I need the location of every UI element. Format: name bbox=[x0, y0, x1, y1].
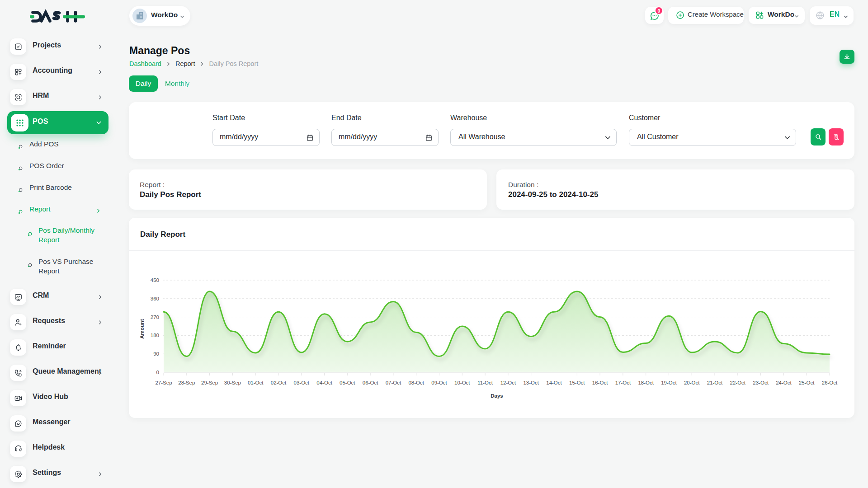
filter-reset-btn[interactable] bbox=[829, 128, 844, 145]
nav-print-barcode[interactable]: Print Barcode bbox=[0, 178, 116, 200]
svg-text:270: 270 bbox=[151, 314, 159, 320]
svg-text:18-Oct: 18-Oct bbox=[638, 380, 654, 385]
workspace-pill[interactable]: WorkDo bbox=[129, 6, 190, 26]
nav-pos-order[interactable]: POS Order bbox=[0, 156, 116, 178]
bc-dashboard[interactable]: Dashboard bbox=[129, 60, 161, 67]
svg-text:20-Oct: 20-Oct bbox=[684, 380, 700, 385]
svg-text:14-Oct: 14-Oct bbox=[546, 380, 562, 385]
tab-daily[interactable]: Daily bbox=[129, 75, 158, 92]
nav-accounting[interactable]: Accounting bbox=[0, 59, 116, 84]
svg-text:15-Oct: 15-Oct bbox=[569, 380, 585, 385]
svg-text:07-Oct: 07-Oct bbox=[386, 380, 401, 385]
nav-hrm[interactable]: HRM bbox=[0, 84, 116, 110]
nav-crm[interactable]: CRM bbox=[0, 284, 116, 310]
start-date[interactable]: mm/dd/yyyy bbox=[212, 129, 320, 146]
svg-text:11-Oct: 11-Oct bbox=[477, 380, 493, 385]
svg-text:450: 450 bbox=[151, 277, 159, 283]
sidebar: ProjectsAccountingHRM POS Add POSPOS Ord… bbox=[0, 0, 116, 488]
svg-text:16-Oct: 16-Oct bbox=[592, 380, 608, 385]
svg-text:12-Oct: 12-Oct bbox=[500, 380, 516, 385]
page-title: Manage Pos bbox=[129, 45, 190, 57]
nav-report[interactable]: Report bbox=[0, 200, 116, 221]
svg-text:28-Sep: 28-Sep bbox=[178, 380, 195, 385]
svg-text:0: 0 bbox=[156, 370, 159, 375]
svg-text:25-Oct: 25-Oct bbox=[799, 380, 815, 385]
svg-text:08-Oct: 08-Oct bbox=[408, 380, 424, 385]
nav-settings[interactable]: Settings bbox=[0, 461, 116, 487]
chart-card: 450360270180900 27-Sep28-Sep29-Sep30-Sep… bbox=[129, 218, 854, 418]
customer-select[interactable]: All Customer bbox=[629, 129, 796, 146]
create-workspace-btn[interactable]: Create Workspace bbox=[668, 7, 744, 24]
svg-text:Amount: Amount bbox=[139, 319, 145, 339]
warehouse-select[interactable]: All Warehouse bbox=[450, 129, 617, 146]
nav-projects[interactable]: Projects bbox=[0, 34, 116, 59]
svg-text:22-Oct: 22-Oct bbox=[730, 380, 746, 385]
nav-reminder[interactable]: Reminder bbox=[0, 335, 116, 360]
nav-requests[interactable]: Requests bbox=[0, 310, 116, 335]
export-btn[interactable] bbox=[840, 50, 854, 64]
svg-text:30-Sep: 30-Sep bbox=[224, 380, 241, 385]
svg-text:19-Oct: 19-Oct bbox=[661, 380, 677, 385]
nav-pos[interactable]: POS bbox=[7, 111, 108, 134]
svg-text:06-Oct: 06-Oct bbox=[363, 380, 378, 385]
bc-report: Report bbox=[175, 60, 195, 67]
workdo-dropdown[interactable]: WorkDo bbox=[749, 7, 805, 24]
svg-text:13-Oct: 13-Oct bbox=[523, 380, 539, 385]
svg-text:05-Oct: 05-Oct bbox=[340, 380, 355, 385]
svg-text:23-Oct: 23-Oct bbox=[753, 380, 769, 385]
tab-monthly[interactable]: Monthly bbox=[165, 80, 189, 88]
nav-queue-management[interactable]: Queue Management bbox=[0, 360, 116, 385]
report-card: Report : Daily Pos Report bbox=[129, 169, 487, 210]
bc-current: Daily Pos Report bbox=[209, 60, 258, 67]
messages-btn[interactable]: 0 bbox=[645, 7, 664, 24]
nav-add-pos[interactable]: Add POS bbox=[0, 135, 116, 156]
svg-text:29-Sep: 29-Sep bbox=[201, 380, 218, 385]
svg-text:90: 90 bbox=[153, 351, 159, 357]
nav-helpdesk[interactable]: Helpdesk bbox=[0, 436, 116, 461]
svg-text:03-Oct: 03-Oct bbox=[294, 380, 310, 385]
duration-card: Duration : 2024-09-25 to 2024-10-25 bbox=[496, 169, 854, 210]
svg-text:01-Oct: 01-Oct bbox=[248, 380, 264, 385]
svg-text:Days: Days bbox=[491, 393, 503, 399]
end-date[interactable]: mm/dd/yyyy bbox=[331, 129, 439, 146]
svg-text:04-Oct: 04-Oct bbox=[316, 380, 332, 385]
svg-text:24-Oct: 24-Oct bbox=[776, 380, 792, 385]
svg-text:17-Oct: 17-Oct bbox=[615, 380, 631, 385]
svg-text:360: 360 bbox=[151, 296, 159, 301]
svg-text:02-Oct: 02-Oct bbox=[271, 380, 287, 385]
svg-text:21-Oct: 21-Oct bbox=[707, 380, 723, 385]
breadcrumb: Dashboard Report Daily Pos Report bbox=[129, 60, 258, 68]
filter-search-btn[interactable] bbox=[811, 128, 826, 145]
svg-text:180: 180 bbox=[151, 333, 159, 338]
svg-text:10-Oct: 10-Oct bbox=[454, 380, 470, 385]
svg-text:09-Oct: 09-Oct bbox=[431, 380, 447, 385]
nav-video-hub[interactable]: Video Hub bbox=[0, 385, 116, 411]
svg-text:26-Oct: 26-Oct bbox=[822, 380, 838, 385]
lang-dropdown[interactable]: EN bbox=[810, 6, 854, 25]
svg-text:27-Sep: 27-Sep bbox=[155, 380, 172, 385]
nav-messenger[interactable]: Messenger bbox=[0, 411, 116, 436]
